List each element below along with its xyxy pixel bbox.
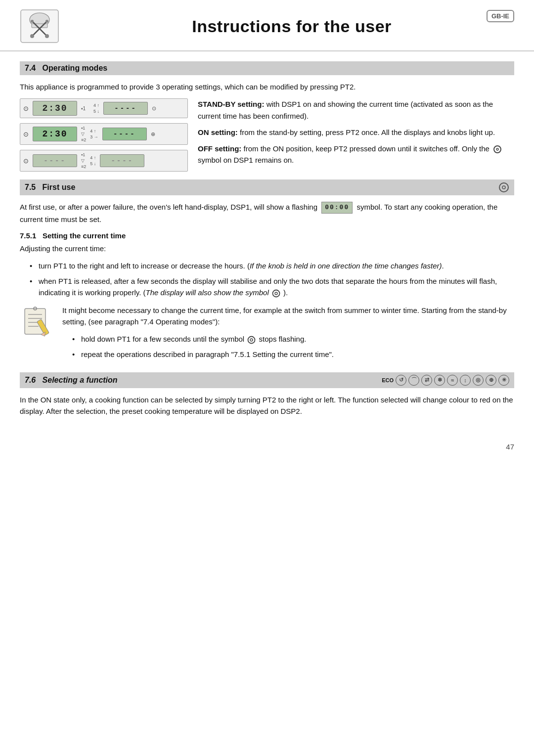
on-right-icon: ⊕ — [151, 131, 155, 137]
off-text: from the ON position, keep PT2 pressed d… — [244, 144, 490, 153]
note-bullet-2: repeat the operations described in parag… — [72, 349, 514, 360]
bullet-item-2: when PT1 is released, after a few second… — [30, 275, 514, 299]
function-icons-row: ECO ↺ ⌒ ⇄ ❄ ≈ ↕ ◎ ⊕ ✳ — [382, 375, 509, 386]
standby-indicators: ▪1 — [81, 106, 86, 111]
func-icon-2: ⌒ — [408, 375, 419, 386]
section-7-4-intro: This appliance is programmed to provide … — [20, 81, 514, 92]
flashing-time-symbol: 00:00 — [321, 202, 353, 214]
svg-point-14 — [275, 292, 277, 295]
on-text: from the stand-by setting, press PT2 onc… — [240, 128, 495, 136]
off-right-dots: 4 ↑ 5 ↓ — [90, 155, 96, 166]
on-label: ON setting: — [198, 128, 238, 136]
page-title: Instructions for the user — [69, 17, 514, 36]
section-7-6-title: 7.6 Selecting a function — [25, 376, 118, 385]
func-icon-7: ◎ — [473, 375, 484, 386]
operating-modes-row: ⊙ 2:30 ▪1 4 ↑ 5 ↓ ---- ⊙ ⊙ 2:30 ▪1 — [20, 98, 514, 172]
display-panels: ⊙ 2:30 ▪1 4 ↑ 5 ↓ ---- ⊙ ⊙ 2:30 ▪1 — [20, 98, 188, 172]
svg-point-8 — [45, 20, 48, 23]
off-label: OFF setting: — [198, 144, 241, 153]
on-time-display: 2:30 — [33, 127, 77, 141]
svg-rect-2 — [32, 24, 47, 28]
standby-desc: STAND-BY setting: with DSP1 on and showi… — [198, 98, 514, 122]
on-display: ⊙ 2:30 ▪1 ▽ ≡2 4 ↑ 3 → ---- ⊕ — [20, 123, 188, 145]
off-clock-icon: ⊙ — [23, 157, 29, 165]
func-icon-8: ⊕ — [486, 375, 496, 386]
section-7-4-title: 7.4 Operating modes — [25, 64, 107, 73]
func-icon-3: ⇄ — [421, 375, 432, 386]
section-7-5-intro: At first use, or after a power failure, … — [20, 201, 514, 225]
svg-point-10 — [496, 148, 498, 150]
standby-right-display: ---- — [103, 102, 148, 115]
section-7-4-header: 7.4 Operating modes — [20, 61, 514, 75]
section-7-6-header: 7.6 Selecting a function ECO ↺ ⌒ ⇄ ❄ ≈ ↕… — [20, 372, 514, 388]
off-desc: OFF setting: from the ON position, keep … — [198, 143, 514, 166]
standby-right-dots: 4 ↑ 5 ↓ — [93, 103, 99, 114]
section-7-5-smiley-icon — [498, 182, 509, 193]
notepad-icon — [20, 305, 54, 339]
modes-descriptions: STAND-BY setting: with DSP1 on and showi… — [198, 98, 514, 171]
smiley-icon-note — [247, 336, 256, 344]
bullet-item-1: turn PT1 to the right and left to increa… — [30, 260, 514, 271]
func-icon-1: ↺ — [396, 375, 406, 386]
note-bullets: hold down PT1 for a few seconds until th… — [72, 333, 514, 360]
svg-point-13 — [272, 290, 279, 297]
logo-icon — [20, 9, 59, 44]
note-bullet-1: hold down PT1 for a few seconds until th… — [72, 333, 514, 345]
on-clock-icon: ⊙ — [23, 131, 29, 138]
off-text2: symbol on DSP1 remains on. — [198, 156, 294, 164]
section-7-5-title: 7.5 First use — [25, 183, 75, 192]
off-right-display: ---- — [100, 154, 144, 167]
standby-label: STAND-BY setting: — [198, 100, 264, 108]
standby-clock-icon: ⊙ — [23, 105, 29, 112]
svg-point-6 — [45, 34, 49, 38]
setting-bullets: turn PT1 to the right and left to increa… — [30, 260, 514, 299]
func-icon-9: ✳ — [498, 375, 509, 386]
on-indicators: ▪1 ▽ ≡2 — [81, 126, 86, 142]
adjusting-label: Adjusting the current time: — [20, 243, 514, 254]
note-block: It might become necessary to change the … — [20, 305, 514, 366]
standby-time-display: 2:30 — [33, 101, 77, 116]
svg-point-7 — [31, 20, 34, 23]
off-time-display: ---- — [33, 154, 77, 167]
func-icon-6: ↕ — [460, 375, 471, 386]
svg-point-24 — [250, 339, 253, 341]
on-right-display: ---- — [102, 128, 147, 140]
smiley-icon-offtext — [493, 145, 502, 154]
eco-label: ECO — [382, 377, 394, 383]
func-icon-4: ❄ — [434, 375, 445, 386]
svg-point-5 — [30, 34, 34, 38]
smiley-icon-bullet2 — [272, 289, 280, 298]
standby-right-icon: ⊙ — [152, 105, 156, 112]
subsection-7-5-1-header: 7.5.1 Setting the current time — [20, 231, 514, 240]
svg-point-23 — [248, 336, 255, 343]
page-number: 47 — [0, 438, 534, 456]
off-indicators: ▪1 ▽ ≡2 — [81, 152, 86, 169]
on-right-dots: 4 ↑ 3 → — [90, 129, 98, 139]
section-7-6-intro: In the ON state only, a cooking function… — [20, 394, 514, 417]
note-text-block: It might become necessary to change the … — [62, 305, 514, 366]
standby-display: ⊙ 2:30 ▪1 4 ↑ 5 ↓ ---- ⊙ — [20, 98, 188, 118]
page-header: Instructions for the user GB-IE — [0, 0, 534, 51]
country-badge: GB-IE — [487, 10, 514, 22]
off-display: ⊙ ---- ▪1 ▽ ≡2 4 ↑ 5 ↓ ---- — [20, 150, 188, 172]
svg-point-9 — [494, 146, 501, 153]
section-7-5-header: 7.5 First use — [20, 179, 514, 195]
func-icon-5: ≈ — [447, 375, 458, 386]
svg-point-12 — [502, 186, 505, 189]
page-content: 7.4 Operating modes This appliance is pr… — [0, 51, 534, 438]
note-intro: It might become necessary to change the … — [62, 305, 514, 328]
svg-point-11 — [499, 183, 508, 192]
on-desc: ON setting: from the stand-by setting, p… — [198, 127, 514, 138]
